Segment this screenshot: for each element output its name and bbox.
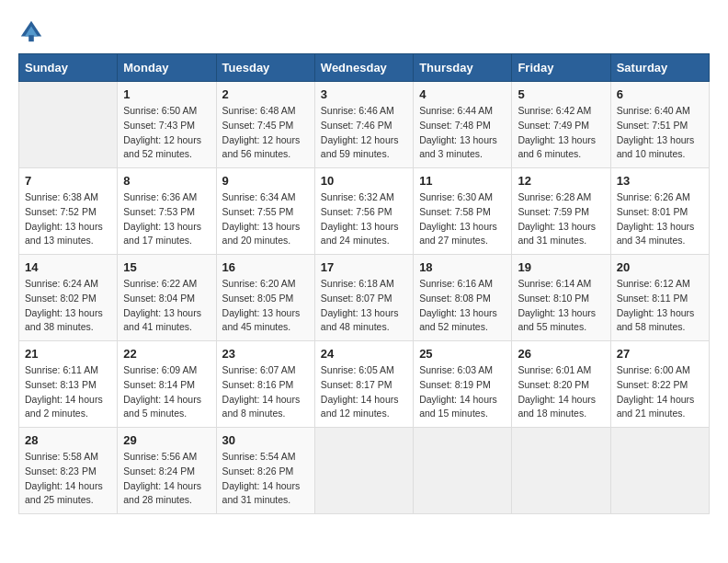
calendar-cell: 24Sunrise: 6:05 AM Sunset: 8:17 PM Dayli… bbox=[314, 341, 413, 428]
calendar-cell bbox=[512, 428, 610, 514]
col-header-monday: Monday bbox=[118, 54, 216, 82]
day-number: 14 bbox=[25, 260, 111, 274]
week-row-2: 7Sunrise: 6:38 AM Sunset: 7:52 PM Daylig… bbox=[19, 168, 710, 255]
day-info: Sunrise: 6:46 AM Sunset: 7:46 PM Dayligh… bbox=[321, 104, 407, 162]
day-number: 17 bbox=[321, 260, 407, 274]
calendar-cell: 19Sunrise: 6:14 AM Sunset: 8:10 PM Dayli… bbox=[512, 255, 610, 341]
logo bbox=[18, 18, 48, 44]
day-number: 23 bbox=[222, 347, 309, 361]
day-info: Sunrise: 6:18 AM Sunset: 8:07 PM Dayligh… bbox=[321, 277, 407, 335]
calendar-cell: 9Sunrise: 6:34 AM Sunset: 7:55 PM Daylig… bbox=[216, 168, 314, 255]
calendar-cell bbox=[19, 82, 118, 168]
day-number: 22 bbox=[123, 347, 210, 361]
calendar-cell: 25Sunrise: 6:03 AM Sunset: 8:19 PM Dayli… bbox=[414, 341, 512, 428]
day-info: Sunrise: 6:05 AM Sunset: 8:17 PM Dayligh… bbox=[321, 363, 407, 421]
col-header-saturday: Saturday bbox=[610, 54, 709, 82]
day-info: Sunrise: 6:12 AM Sunset: 8:11 PM Dayligh… bbox=[617, 277, 703, 335]
day-info: Sunrise: 6:16 AM Sunset: 8:08 PM Dayligh… bbox=[419, 277, 506, 335]
day-info: Sunrise: 6:48 AM Sunset: 7:45 PM Dayligh… bbox=[222, 104, 309, 162]
day-info: Sunrise: 6:07 AM Sunset: 8:16 PM Dayligh… bbox=[222, 363, 309, 421]
day-number: 3 bbox=[321, 87, 407, 101]
page-header bbox=[18, 18, 710, 44]
day-number: 10 bbox=[321, 174, 407, 188]
calendar-cell: 7Sunrise: 6:38 AM Sunset: 7:52 PM Daylig… bbox=[19, 168, 118, 255]
calendar-cell: 1Sunrise: 6:50 AM Sunset: 7:43 PM Daylig… bbox=[118, 82, 216, 168]
calendar-header-row: SundayMondayTuesdayWednesdayThursdayFrid… bbox=[19, 54, 710, 82]
day-info: Sunrise: 6:22 AM Sunset: 8:04 PM Dayligh… bbox=[123, 277, 210, 335]
day-info: Sunrise: 6:38 AM Sunset: 7:52 PM Dayligh… bbox=[25, 190, 111, 248]
calendar-cell: 26Sunrise: 6:01 AM Sunset: 8:20 PM Dayli… bbox=[512, 341, 610, 428]
day-info: Sunrise: 6:50 AM Sunset: 7:43 PM Dayligh… bbox=[123, 104, 210, 162]
day-number: 28 bbox=[25, 433, 111, 447]
day-info: Sunrise: 6:24 AM Sunset: 8:02 PM Dayligh… bbox=[25, 277, 111, 335]
day-number: 19 bbox=[518, 260, 604, 274]
day-number: 11 bbox=[419, 174, 506, 188]
calendar-cell: 2Sunrise: 6:48 AM Sunset: 7:45 PM Daylig… bbox=[216, 82, 314, 168]
day-number: 27 bbox=[617, 347, 703, 361]
day-number: 1 bbox=[123, 87, 210, 101]
calendar-cell: 14Sunrise: 6:24 AM Sunset: 8:02 PM Dayli… bbox=[19, 255, 118, 341]
week-row-4: 21Sunrise: 6:11 AM Sunset: 8:13 PM Dayli… bbox=[19, 341, 710, 428]
calendar-cell: 23Sunrise: 6:07 AM Sunset: 8:16 PM Dayli… bbox=[216, 341, 314, 428]
week-row-5: 28Sunrise: 5:58 AM Sunset: 8:23 PM Dayli… bbox=[19, 428, 710, 514]
day-number: 21 bbox=[25, 347, 111, 361]
day-info: Sunrise: 6:40 AM Sunset: 7:51 PM Dayligh… bbox=[617, 104, 703, 162]
day-number: 18 bbox=[419, 260, 506, 274]
day-info: Sunrise: 6:44 AM Sunset: 7:48 PM Dayligh… bbox=[419, 104, 506, 162]
calendar-cell: 22Sunrise: 6:09 AM Sunset: 8:14 PM Dayli… bbox=[118, 341, 216, 428]
day-number: 7 bbox=[25, 174, 111, 188]
calendar-cell: 3Sunrise: 6:46 AM Sunset: 7:46 PM Daylig… bbox=[314, 82, 413, 168]
day-info: Sunrise: 6:00 AM Sunset: 8:22 PM Dayligh… bbox=[617, 363, 703, 421]
calendar-cell: 29Sunrise: 5:56 AM Sunset: 8:24 PM Dayli… bbox=[118, 428, 216, 514]
day-number: 15 bbox=[123, 260, 210, 274]
day-info: Sunrise: 6:32 AM Sunset: 7:56 PM Dayligh… bbox=[321, 190, 407, 248]
day-info: Sunrise: 6:20 AM Sunset: 8:05 PM Dayligh… bbox=[222, 277, 309, 335]
week-row-1: 1Sunrise: 6:50 AM Sunset: 7:43 PM Daylig… bbox=[19, 82, 710, 168]
col-header-sunday: Sunday bbox=[19, 54, 118, 82]
calendar-cell: 11Sunrise: 6:30 AM Sunset: 7:58 PM Dayli… bbox=[414, 168, 512, 255]
day-number: 5 bbox=[518, 87, 604, 101]
day-info: Sunrise: 6:26 AM Sunset: 8:01 PM Dayligh… bbox=[617, 190, 703, 248]
day-info: Sunrise: 6:28 AM Sunset: 7:59 PM Dayligh… bbox=[518, 190, 604, 248]
day-info: Sunrise: 6:30 AM Sunset: 7:58 PM Dayligh… bbox=[419, 190, 506, 248]
day-info: Sunrise: 6:42 AM Sunset: 7:49 PM Dayligh… bbox=[518, 104, 604, 162]
calendar-cell: 5Sunrise: 6:42 AM Sunset: 7:49 PM Daylig… bbox=[512, 82, 610, 168]
calendar-cell bbox=[414, 428, 512, 514]
day-info: Sunrise: 6:03 AM Sunset: 8:19 PM Dayligh… bbox=[419, 363, 506, 421]
day-info: Sunrise: 6:36 AM Sunset: 7:53 PM Dayligh… bbox=[123, 190, 210, 248]
calendar-cell: 30Sunrise: 5:54 AM Sunset: 8:26 PM Dayli… bbox=[216, 428, 314, 514]
day-number: 24 bbox=[321, 347, 407, 361]
day-number: 25 bbox=[419, 347, 506, 361]
day-number: 30 bbox=[222, 433, 309, 447]
day-info: Sunrise: 5:54 AM Sunset: 8:26 PM Dayligh… bbox=[222, 450, 309, 508]
day-info: Sunrise: 6:14 AM Sunset: 8:10 PM Dayligh… bbox=[518, 277, 604, 335]
day-info: Sunrise: 5:56 AM Sunset: 8:24 PM Dayligh… bbox=[123, 450, 210, 508]
calendar-cell: 20Sunrise: 6:12 AM Sunset: 8:11 PM Dayli… bbox=[610, 255, 709, 341]
col-header-thursday: Thursday bbox=[414, 54, 512, 82]
week-row-3: 14Sunrise: 6:24 AM Sunset: 8:02 PM Dayli… bbox=[19, 255, 710, 341]
day-number: 26 bbox=[518, 347, 604, 361]
col-header-friday: Friday bbox=[512, 54, 610, 82]
day-info: Sunrise: 6:11 AM Sunset: 8:13 PM Dayligh… bbox=[25, 363, 111, 421]
day-number: 9 bbox=[222, 174, 309, 188]
day-number: 20 bbox=[617, 260, 703, 274]
calendar-cell: 17Sunrise: 6:18 AM Sunset: 8:07 PM Dayli… bbox=[314, 255, 413, 341]
calendar-cell: 10Sunrise: 6:32 AM Sunset: 7:56 PM Dayli… bbox=[314, 168, 413, 255]
day-number: 2 bbox=[222, 87, 309, 101]
calendar-cell bbox=[314, 428, 413, 514]
day-info: Sunrise: 6:34 AM Sunset: 7:55 PM Dayligh… bbox=[222, 190, 309, 248]
calendar-cell: 18Sunrise: 6:16 AM Sunset: 8:08 PM Dayli… bbox=[414, 255, 512, 341]
calendar-cell: 6Sunrise: 6:40 AM Sunset: 7:51 PM Daylig… bbox=[610, 82, 709, 168]
calendar-cell: 12Sunrise: 6:28 AM Sunset: 7:59 PM Dayli… bbox=[512, 168, 610, 255]
col-header-tuesday: Tuesday bbox=[216, 54, 314, 82]
day-number: 29 bbox=[123, 433, 210, 447]
logo-icon bbox=[18, 18, 44, 44]
day-number: 6 bbox=[617, 87, 703, 101]
day-info: Sunrise: 6:09 AM Sunset: 8:14 PM Dayligh… bbox=[123, 363, 210, 421]
calendar-cell: 8Sunrise: 6:36 AM Sunset: 7:53 PM Daylig… bbox=[118, 168, 216, 255]
svg-rect-2 bbox=[28, 35, 34, 41]
calendar-cell: 13Sunrise: 6:26 AM Sunset: 8:01 PM Dayli… bbox=[610, 168, 709, 255]
calendar-cell bbox=[610, 428, 709, 514]
calendar-cell: 15Sunrise: 6:22 AM Sunset: 8:04 PM Dayli… bbox=[118, 255, 216, 341]
day-number: 12 bbox=[518, 174, 604, 188]
